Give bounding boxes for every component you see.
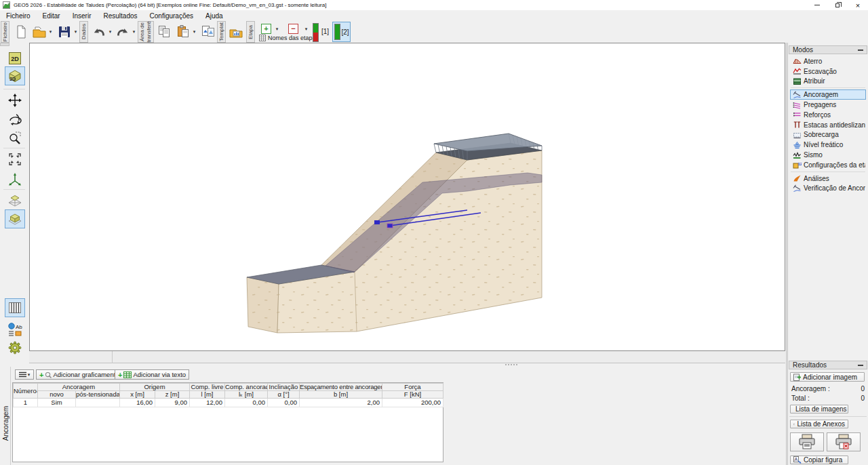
remove-stage-button[interactable]: − <box>288 24 298 34</box>
mode-sismo[interactable]: Sismo <box>790 150 866 160</box>
mode-configuracoes-etapa[interactable]: 12 Configurações da etapa <box>790 160 866 170</box>
add-stage-button[interactable]: + <box>261 24 271 34</box>
anchor-row[interactable]: 1 Sim 16,00 9,00 12,00 0,00 0,00 2,00 20… <box>14 399 443 407</box>
stage-2-button[interactable]: [2] <box>332 22 351 42</box>
col-header-novo[interactable]: novo <box>38 391 76 399</box>
col-header-z[interactable]: z [m] <box>155 391 190 399</box>
rotate-button[interactable] <box>5 110 25 129</box>
mode-verificacao-ancoragem[interactable]: Verificação de Ancoragem <box>790 184 866 194</box>
anchor-head-2 <box>387 224 393 228</box>
undo-button[interactable] <box>90 23 108 41</box>
remove-stage-dropdown[interactable]: ▾ <box>303 26 309 32</box>
collapse-modes-button[interactable] <box>858 49 863 51</box>
stage-names-icon <box>259 35 266 41</box>
mode-estacas[interactable]: Estacas antideslizantes <box>790 120 866 130</box>
menu-inserir[interactable]: Inserir <box>66 12 98 20</box>
view-2d-button[interactable]: 2D <box>5 49 25 68</box>
add-image-button[interactable]: Adicionar imagem <box>790 372 865 382</box>
copy-view-button[interactable] <box>199 23 216 41</box>
printer-report-icon <box>833 434 854 450</box>
template-manager-button[interactable] <box>227 23 245 41</box>
new-file-button[interactable] <box>12 23 30 41</box>
paste-button[interactable] <box>174 23 192 41</box>
collapse-results-button[interactable] <box>858 365 863 366</box>
copy-button[interactable] <box>155 23 173 41</box>
col-header-pos-tensionada[interactable]: pós-tensionada <box>76 391 120 399</box>
print-view-button[interactable] <box>790 432 824 451</box>
redo-button[interactable] <box>114 23 132 41</box>
col-group-comp-ancorado[interactable]: Comp. ancorado <box>225 384 268 391</box>
undo-dropdown[interactable]: ▾ <box>107 29 113 35</box>
hatching-button[interactable] <box>5 298 25 317</box>
stage-names-button[interactable]: Nomes das etapas <box>259 34 319 42</box>
zoom-button[interactable] <box>5 129 25 148</box>
mode-analises[interactable]: Análises <box>790 174 866 184</box>
col-header-x[interactable]: x [m] <box>120 391 155 399</box>
menu-ficheiro[interactable]: Ficheiro <box>0 12 37 20</box>
axes-button[interactable] <box>5 170 25 189</box>
3d-viewport[interactable] <box>29 43 785 351</box>
stage-1-button[interactable] <box>313 23 319 42</box>
col-header-F[interactable]: F [kN] <box>382 391 443 399</box>
open-file-dropdown[interactable]: ▾ <box>47 29 54 35</box>
col-header-b[interactable]: b [m] <box>300 391 382 399</box>
col-group-espacamento[interactable]: Espaçamento entre ancoragens <box>300 384 382 391</box>
col-header-lk[interactable]: lₖ [m] <box>225 391 268 399</box>
col-header-l[interactable]: l [m] <box>190 391 225 399</box>
printer-icon <box>797 434 817 450</box>
col-group-inclinacao[interactable]: Inclinação <box>268 384 300 391</box>
mode-aterro[interactable]: Aterro <box>790 56 866 66</box>
image-list-button[interactable]: Lista de imagens <box>790 405 848 413</box>
restore-button[interactable] <box>827 0 848 10</box>
paste-dropdown[interactable]: ▾ <box>191 29 197 35</box>
menu-resultados[interactable]: Resultados <box>98 12 144 20</box>
col-group-forca[interactable]: Força <box>382 384 443 391</box>
drawing-settings-button[interactable]: Ab <box>5 320 25 339</box>
mode-sobrecarga[interactable]: Sobrecarga <box>790 130 866 140</box>
canvas-footer-strip <box>29 351 785 363</box>
menu-ajuda[interactable]: Ajuda <box>199 12 229 20</box>
cell-z: 9,00 <box>155 399 190 407</box>
minimize-button[interactable] <box>807 0 827 10</box>
col-header-alpha[interactable]: α [°] <box>268 391 300 399</box>
zoom-fit-button[interactable] <box>5 150 25 169</box>
stage-1-label[interactable]: [1] <box>321 28 329 35</box>
col-group-comp-livre[interactable]: Comp. livre <box>190 384 225 391</box>
mode-nivel-freatico[interactable]: Nível freático <box>790 140 866 150</box>
view-solid-button[interactable] <box>5 209 25 228</box>
add-graphically-button[interactable]: + Adicionar graficamente <box>36 369 123 380</box>
pan-button[interactable] <box>5 91 25 110</box>
mode-pregagens[interactable]: Pregagens <box>790 100 866 110</box>
save-button[interactable] <box>56 23 73 41</box>
save-dropdown[interactable]: ▾ <box>73 29 79 35</box>
menu-editar[interactable]: Editar <box>37 12 66 20</box>
excavation-icon <box>793 67 802 75</box>
col-group-ancoragem[interactable]: Ancoragem <box>38 384 120 391</box>
close-button[interactable]: × <box>848 0 868 10</box>
table-menu-button[interactable]: ▾ <box>15 369 34 380</box>
copy-figure-icon: A <box>793 456 802 464</box>
menu-configuracoes[interactable]: Configurações <box>144 12 199 20</box>
col-group-origem[interactable]: Origem <box>120 384 190 391</box>
splitter-grip[interactable] <box>505 364 517 366</box>
copy-figure-button[interactable]: A Copiar figura <box>790 456 848 464</box>
mode-escavacao[interactable]: Escavação <box>790 66 866 77</box>
add-stage-dropdown[interactable]: ▾ <box>274 26 280 32</box>
settings-gear-button[interactable] <box>5 338 25 357</box>
mode-ancoragem[interactable]: Ancoragem <box>790 89 866 100</box>
cell-novo: Sim <box>38 399 76 407</box>
dock-tab[interactable] <box>0 43 9 46</box>
view-3d-button[interactable]: 3D <box>5 66 25 85</box>
col-header-numero[interactable]: Número△ <box>14 384 38 399</box>
zoom-fit-icon <box>7 151 23 167</box>
print-report-button[interactable] <box>827 432 861 451</box>
add-via-text-button[interactable]: + Adicionar via texto <box>115 369 189 380</box>
mode-reforcos[interactable]: Reforços <box>790 110 866 120</box>
redo-dropdown[interactable]: ▾ <box>131 29 137 35</box>
piles-icon <box>793 121 802 129</box>
toolbar-group-file-label: Ficheiro <box>1 21 9 43</box>
open-file-button[interactable] <box>31 23 48 41</box>
annex-list-button[interactable]: Lista de Anexos <box>790 420 848 428</box>
mode-atribuir[interactable]: Atribuir <box>790 77 866 87</box>
view-wireframe-button[interactable] <box>5 190 25 209</box>
